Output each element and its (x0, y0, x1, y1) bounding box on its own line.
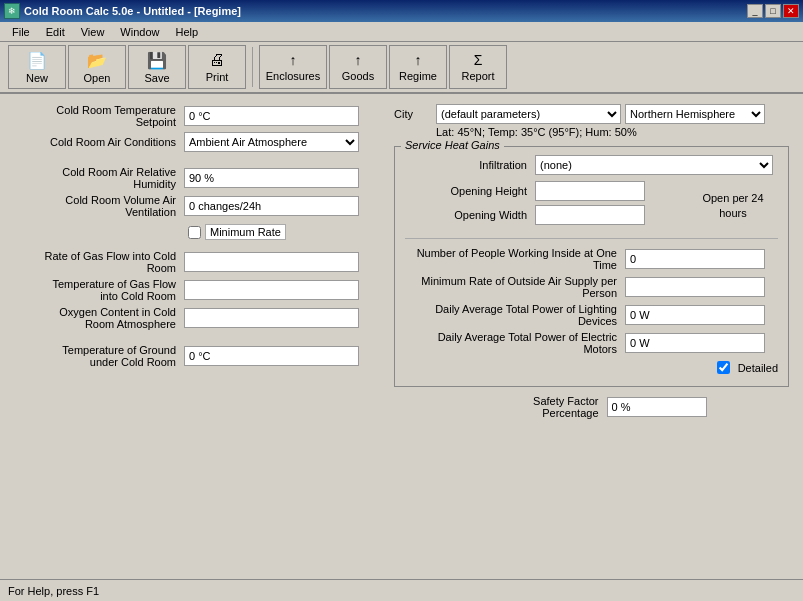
ground-temp-input[interactable] (184, 346, 359, 366)
lighting-input[interactable] (625, 305, 765, 325)
humidity-input[interactable] (184, 168, 359, 188)
enclosures-button[interactable]: ↑ Enclosures (259, 45, 327, 89)
menu-help[interactable]: Help (167, 24, 206, 40)
gas-flow-temp-label: Temperature of Gas Flowinto Cold Room (14, 278, 184, 302)
menu-window[interactable]: Window (112, 24, 167, 40)
menu-edit[interactable]: Edit (38, 24, 73, 40)
ground-temp-row: Temperature of Groundunder Cold Room (14, 344, 384, 368)
gas-flow-rate-input[interactable] (184, 252, 359, 272)
temp-setpoint-row: Cold Room TemperatureSetpoint (14, 104, 384, 128)
main-content: Cold Room TemperatureSetpoint Cold Room … (0, 94, 803, 579)
city-label: City (394, 108, 430, 120)
min-air-supply-label: Minimum Rate of Outside Air Supply per P… (405, 275, 625, 299)
right-column: City (default parameters) Northern Hemis… (394, 104, 789, 424)
air-conditions-select[interactable]: Ambient Air Atmosphere (184, 132, 359, 152)
detailed-checkbox[interactable] (717, 361, 730, 374)
opening-height-row: Opening Height (405, 181, 688, 201)
new-button[interactable]: 📄 New (8, 45, 66, 89)
oxygen-content-input[interactable] (184, 308, 359, 328)
people-input[interactable] (625, 249, 765, 269)
title-buttons: _ □ ✕ (747, 4, 799, 18)
minimum-rate-checkbox[interactable] (188, 226, 201, 239)
opening-width-label: Opening Width (405, 209, 535, 221)
gas-flow-temp-input[interactable] (184, 280, 359, 300)
people-label: Number of People Working Inside at One T… (405, 247, 625, 271)
report-button[interactable]: Σ Report (449, 45, 507, 89)
minimize-button[interactable]: _ (747, 4, 763, 18)
opening-labels: Opening Height Opening Width (405, 181, 688, 230)
temp-setpoint-input[interactable] (184, 106, 359, 126)
humidity-row: Cold Room Air RelativeHumidity (14, 166, 384, 190)
save-icon: 💾 (147, 51, 167, 70)
new-icon: 📄 (27, 51, 47, 70)
open-per-24-text: Open per 24hours (702, 191, 763, 220)
volume-air-label: Cold Room Volume AirVentilation (14, 194, 184, 218)
report-label: Report (461, 70, 494, 82)
air-conditions-label: Cold Room Air Conditions (14, 136, 184, 148)
open-icon: 📂 (87, 51, 107, 70)
goods-icon: ↑ (355, 52, 362, 68)
open-per-24-display: Open per 24hours (688, 181, 778, 230)
goods-label: Goods (342, 70, 374, 82)
minimum-rate-label: Minimum Rate (205, 224, 286, 240)
gas-flow-rate-row: Rate of Gas Flow into ColdRoom (14, 250, 384, 274)
maximize-button[interactable]: □ (765, 4, 781, 18)
open-label: Open (84, 72, 111, 84)
volume-air-input[interactable] (184, 196, 359, 216)
close-button[interactable]: ✕ (783, 4, 799, 18)
min-air-supply-input[interactable] (625, 277, 765, 297)
opening-height-label: Opening Height (405, 185, 535, 197)
title-bar: ❄ Cold Room Calc 5.0e - Untitled - [Regi… (0, 0, 803, 22)
service-heat-gains-box: Service Heat Gains Infiltration (none) O… (394, 146, 789, 387)
content-columns: Cold Room TemperatureSetpoint Cold Room … (14, 104, 789, 424)
minimum-rate-row: Minimum Rate (188, 224, 384, 240)
opening-section: Opening Height Opening Width Open per 24… (405, 181, 778, 230)
safety-factor-row: Safety Factor Percentage (394, 395, 789, 419)
new-label: New (26, 72, 48, 84)
ground-temp-label: Temperature of Groundunder Cold Room (14, 344, 184, 368)
gas-flow-rate-label: Rate of Gas Flow into ColdRoom (14, 250, 184, 274)
regime-label: Regime (399, 70, 437, 82)
regime-button[interactable]: ↑ Regime (389, 45, 447, 89)
volume-air-row: Cold Room Volume AirVentilation (14, 194, 384, 218)
lighting-row: Daily Average Total Power of Lighting De… (405, 303, 778, 327)
safety-factor-label: Safety Factor Percentage (477, 395, 607, 419)
detailed-row: Detailed (405, 361, 778, 374)
opening-height-input[interactable] (535, 181, 645, 201)
toolbar-separator (252, 47, 253, 87)
air-conditions-row: Cold Room Air Conditions Ambient Air Atm… (14, 132, 384, 152)
infiltration-label: Infiltration (405, 159, 535, 171)
lighting-label: Daily Average Total Power of Lighting De… (405, 303, 625, 327)
enclosures-icon: ↑ (290, 52, 297, 68)
divider (405, 238, 778, 239)
opening-width-row: Opening Width (405, 205, 688, 225)
infiltration-select[interactable]: (none) (535, 155, 773, 175)
city-select[interactable]: (default parameters) (436, 104, 621, 124)
motors-input[interactable] (625, 333, 765, 353)
infiltration-row: Infiltration (none) (405, 155, 778, 175)
opening-width-input[interactable] (535, 205, 645, 225)
print-button[interactable]: 🖨 Print (188, 45, 246, 89)
save-button[interactable]: 💾 Save (128, 45, 186, 89)
humidity-label: Cold Room Air RelativeHumidity (14, 166, 184, 190)
detailed-label: Detailed (738, 362, 778, 374)
menu-view[interactable]: View (73, 24, 113, 40)
regime-icon: ↑ (415, 52, 422, 68)
menu-file[interactable]: File (4, 24, 38, 40)
service-heat-title: Service Heat Gains (401, 139, 504, 151)
print-label: Print (206, 71, 229, 83)
save-label: Save (144, 72, 169, 84)
open-button[interactable]: 📂 Open (68, 45, 126, 89)
goods-button[interactable]: ↑ Goods (329, 45, 387, 89)
lat-info: Lat: 45°N; Temp: 35°C (95°F); Hum: 50% (436, 126, 789, 138)
hemisphere-select[interactable]: Northern Hemisphere (625, 104, 765, 124)
toolbar: 📄 New 📂 Open 💾 Save 🖨 Print ↑ Enclosures… (0, 42, 803, 94)
app-icon: ❄ (4, 3, 20, 19)
safety-factor-input[interactable] (607, 397, 707, 417)
report-icon: Σ (474, 52, 483, 68)
menu-bar: File Edit View Window Help (0, 22, 803, 42)
title-text: Cold Room Calc 5.0e - Untitled - [Regime… (24, 5, 241, 17)
status-text: For Help, press F1 (8, 585, 99, 597)
enclosures-label: Enclosures (266, 70, 320, 82)
status-bar: For Help, press F1 (0, 579, 803, 601)
